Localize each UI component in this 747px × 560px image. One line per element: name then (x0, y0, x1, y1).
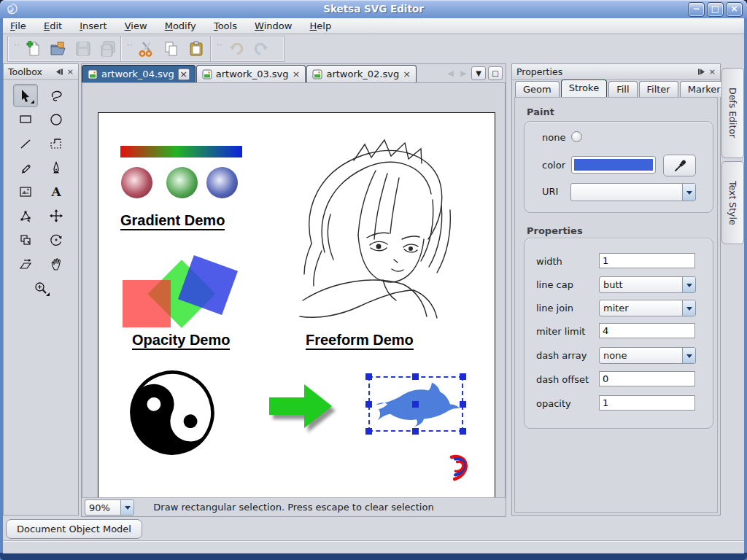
freeform-portrait-object[interactable] (290, 136, 472, 324)
tool-zoom[interactable] (29, 277, 53, 299)
new-document-button[interactable] (23, 39, 44, 59)
tab-filter[interactable]: Filter (639, 81, 678, 97)
menu-file[interactable]: File (3, 18, 34, 34)
blue-sphere-object[interactable] (206, 167, 238, 198)
open-folder-button[interactable] (47, 39, 69, 59)
color-picker-button[interactable] (663, 155, 696, 176)
tool-node-edit[interactable] (14, 205, 37, 227)
spiral-logo-object[interactable] (444, 452, 474, 483)
gradient-bar-object[interactable] (120, 146, 242, 158)
tool-select[interactable] (13, 84, 38, 107)
tool-image[interactable] (14, 181, 37, 203)
tool-polygon[interactable] (44, 133, 68, 155)
close-button[interactable]: × (726, 2, 743, 17)
tab-close-icon[interactable]: × (403, 69, 411, 79)
selection-handle-nw[interactable] (365, 373, 372, 380)
miter-limit-input[interactable] (599, 323, 695, 338)
canvas-scroll-area[interactable]: Gradient Demo Opacity Demo (82, 82, 506, 498)
menu-modify[interactable]: Modify (158, 18, 204, 34)
menu-edit[interactable]: Edit (36, 18, 69, 34)
selection-handle-center[interactable] (412, 401, 419, 408)
paint-uri-combobox[interactable] (570, 183, 696, 201)
dash-offset-input[interactable] (599, 371, 695, 386)
tab-close-icon[interactable]: × (178, 69, 190, 80)
menu-insert[interactable]: Insert (72, 18, 114, 34)
selection-handle-s[interactable] (412, 428, 419, 435)
green-arrow-object[interactable] (269, 383, 333, 429)
tool-rotate[interactable] (44, 229, 68, 251)
toolbar-handle[interactable]: ·· (217, 41, 222, 49)
opacity-input[interactable] (599, 395, 695, 411)
red-square-object[interactable] (123, 280, 171, 327)
tool-clone[interactable] (14, 229, 37, 251)
line-cap-combobox[interactable]: butt (599, 276, 696, 293)
tab-list-dropdown-icon[interactable]: ▼ (471, 66, 486, 80)
width-input[interactable] (599, 253, 695, 268)
cut-button[interactable] (136, 39, 158, 59)
tab-stroke[interactable]: Stroke (561, 79, 607, 97)
selection-handle-w[interactable] (365, 401, 372, 408)
tool-pencil[interactable] (14, 157, 37, 179)
toolbox-collapse-icon[interactable] (55, 69, 63, 75)
tab-artwork-03[interactable]: artwork_03.svg × (196, 65, 306, 82)
paint-none-radio[interactable] (571, 131, 582, 142)
dash-array-combobox[interactable]: none (599, 347, 696, 364)
tab-scroll-right-icon[interactable]: ▶ (458, 69, 469, 78)
maximize-button[interactable]: □ (707, 2, 724, 17)
menu-help[interactable]: Help (303, 18, 339, 34)
undo-button[interactable] (225, 39, 247, 59)
stroke-color-swatch[interactable] (571, 156, 656, 174)
uri-dropdown-arrow-icon[interactable] (682, 184, 695, 201)
selection-handle-n[interactable] (412, 373, 419, 380)
save-button[interactable] (72, 39, 94, 59)
menu-tools[interactable]: Tools (206, 18, 244, 34)
titlebar[interactable]: Sketsa SVG Editor − □ × (0, 0, 747, 18)
tool-rectangle[interactable] (14, 109, 37, 131)
menu-window[interactable]: Window (247, 18, 299, 34)
text-style-tab[interactable]: Text Style (721, 161, 744, 244)
gradient-demo-label[interactable]: Gradient Demo (120, 212, 225, 230)
line-join-combobox[interactable]: miter (599, 300, 696, 316)
selection-handle-e[interactable] (460, 401, 466, 408)
tab-maximize-icon[interactable]: □ (488, 66, 503, 80)
green-sphere-object[interactable] (166, 167, 198, 198)
freeform-demo-label[interactable]: Freeform Demo (306, 332, 414, 350)
tool-lasso[interactable] (45, 85, 69, 106)
properties-float-icon[interactable] (697, 69, 705, 75)
tab-artwork-04[interactable]: artwork_04.svg × (82, 65, 196, 82)
paste-button[interactable] (185, 39, 207, 59)
defs-editor-tab[interactable]: Defs Editor (721, 68, 744, 158)
tool-pan[interactable] (44, 253, 68, 275)
svg-canvas[interactable]: Gradient Demo Opacity Demo (98, 112, 495, 508)
tab-scroll-left-icon[interactable]: ◀ (445, 69, 456, 78)
red-sphere-object[interactable] (121, 167, 152, 198)
selection-handle-ne[interactable] (460, 373, 466, 380)
tab-fill[interactable]: Fill (608, 81, 637, 97)
tool-ellipse[interactable] (44, 109, 68, 131)
tool-shear[interactable] (14, 253, 37, 275)
tool-pen[interactable] (44, 157, 68, 179)
opacity-demo-label[interactable]: Opacity Demo (132, 332, 230, 350)
minimize-button[interactable]: − (688, 2, 705, 17)
selection-handle-sw[interactable] (365, 428, 372, 435)
save-all-button[interactable] (97, 39, 119, 59)
toolbox-close-icon[interactable]: × (67, 68, 74, 76)
selection-handle-se[interactable] (460, 428, 466, 435)
dash-array-dropdown-arrow-icon[interactable] (682, 348, 695, 363)
tool-move[interactable] (44, 205, 68, 227)
copy-button[interactable] (160, 39, 182, 59)
tab-artwork-02[interactable]: artwork_02.svg × (306, 65, 417, 82)
line-cap-dropdown-arrow-icon[interactable] (682, 277, 695, 292)
line-join-dropdown-arrow-icon[interactable] (682, 300, 695, 316)
tab-geom[interactable]: Geom (515, 81, 560, 97)
menu-view[interactable]: View (117, 18, 155, 34)
selection-overlay[interactable] (365, 373, 466, 435)
tool-text[interactable]: A (44, 181, 68, 203)
tool-line[interactable] (14, 133, 37, 155)
properties-close-icon[interactable]: × (709, 68, 716, 76)
yin-yang-object[interactable] (128, 368, 217, 457)
tab-close-icon[interactable]: × (293, 69, 301, 79)
toolbar-handle[interactable]: ·· (127, 41, 133, 49)
document-object-model-button[interactable]: Document Object Model (6, 519, 142, 539)
toolbar-handle[interactable]: ·· (14, 41, 20, 49)
